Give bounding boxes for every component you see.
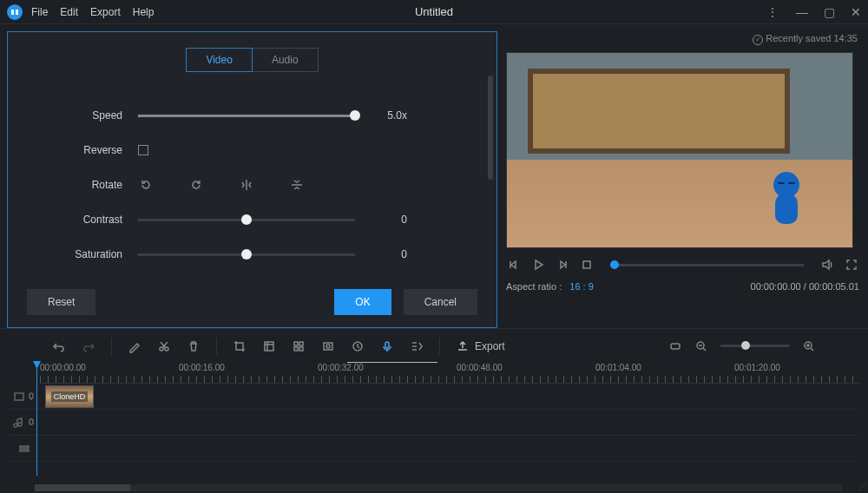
saturation-value: 0 bbox=[355, 248, 407, 260]
rotate-ccw-icon[interactable] bbox=[138, 177, 154, 193]
text-to-speech-icon[interactable] bbox=[410, 339, 424, 353]
redo-icon[interactable] bbox=[82, 339, 95, 353]
tab-audio[interactable]: Audio bbox=[253, 48, 319, 72]
ruler-mark: 00:00:16.00 bbox=[179, 363, 225, 372]
fullscreen-icon[interactable] bbox=[844, 257, 859, 273]
svg-rect-18 bbox=[30, 393, 33, 398]
ok-button[interactable]: OK bbox=[334, 289, 391, 315]
zoom-slider[interactable] bbox=[720, 345, 790, 347]
zoom-out-icon[interactable] bbox=[694, 339, 708, 353]
video-track[interactable]: CloneHD bbox=[9, 384, 859, 410]
contrast-value: 0 bbox=[355, 214, 407, 226]
svg-rect-19 bbox=[30, 419, 33, 424]
cut-icon[interactable] bbox=[157, 339, 171, 353]
svg-rect-17 bbox=[15, 393, 23, 400]
svg-point-11 bbox=[326, 345, 330, 348]
play-button[interactable] bbox=[530, 257, 546, 273]
playback-controls bbox=[506, 257, 859, 273]
rotate-row: Rotate bbox=[43, 168, 462, 202]
mosaic-icon[interactable] bbox=[292, 339, 306, 353]
rotate-cw-icon[interactable] bbox=[188, 177, 204, 193]
resize-grip[interactable]: ⋰ bbox=[858, 482, 866, 491]
stop-button[interactable] bbox=[579, 257, 595, 273]
menu-edit[interactable]: Edit bbox=[60, 6, 78, 18]
video-clip[interactable]: CloneHD bbox=[45, 385, 94, 408]
flip-horizontal-icon[interactable] bbox=[239, 177, 254, 193]
more-icon[interactable]: ⋮ bbox=[766, 5, 780, 19]
saturation-label: Saturation bbox=[43, 248, 138, 260]
reset-button[interactable]: Reset bbox=[27, 289, 95, 315]
panel-scrollbar[interactable] bbox=[488, 76, 493, 180]
menu-help[interactable]: Help bbox=[133, 6, 155, 18]
panel-tabs: Video Audio bbox=[8, 48, 496, 72]
undo-icon[interactable] bbox=[52, 339, 66, 353]
menu-file[interactable]: File bbox=[31, 6, 48, 18]
properties-panel: Video Audio Speed 5.0x Reverse Rotate bbox=[7, 31, 497, 328]
cancel-button[interactable]: Cancel bbox=[404, 289, 477, 315]
audio-track[interactable] bbox=[9, 410, 859, 436]
timeline-ruler[interactable]: 00:00:00.00 00:00:16.00 00:00:32.00 00:0… bbox=[40, 363, 859, 384]
menu-export[interactable]: Export bbox=[90, 6, 121, 18]
prev-frame-button[interactable] bbox=[506, 257, 522, 273]
window-title: Untitled bbox=[415, 5, 453, 18]
svg-rect-5 bbox=[265, 342, 273, 351]
tab-video[interactable]: Video bbox=[186, 48, 252, 72]
playback-progress[interactable] bbox=[610, 264, 804, 266]
audio-track-head[interactable] bbox=[9, 417, 40, 429]
title-bar: File Edit Export Help Untitled ⋮ — ▢ ✕ bbox=[0, 0, 868, 24]
export-button[interactable]: Export bbox=[456, 339, 505, 353]
speed-row: Speed 5.0x bbox=[43, 98, 462, 133]
zoom-in-icon[interactable] bbox=[802, 339, 816, 353]
maximize-button[interactable]: ▢ bbox=[824, 5, 835, 19]
contrast-slider[interactable] bbox=[138, 219, 355, 221]
svg-rect-21 bbox=[20, 450, 29, 451]
aspect-value[interactable]: 16 : 9 bbox=[569, 281, 594, 292]
next-frame-button[interactable] bbox=[555, 257, 570, 273]
svg-rect-10 bbox=[324, 343, 332, 350]
svg-rect-14 bbox=[671, 344, 680, 349]
svg-rect-7 bbox=[299, 342, 303, 345]
zoom-icon[interactable] bbox=[262, 339, 276, 353]
svg-rect-13 bbox=[385, 342, 389, 348]
overlay-track-head[interactable] bbox=[9, 443, 40, 455]
reverse-label: Reverse bbox=[43, 144, 138, 156]
panel-buttons: Reset OK Cancel bbox=[8, 289, 496, 315]
aspect-label: Aspect ratio : bbox=[506, 281, 562, 292]
preview-figure bbox=[769, 172, 804, 224]
svg-rect-20 bbox=[20, 446, 29, 448]
volume-icon[interactable] bbox=[819, 257, 835, 273]
svg-rect-6 bbox=[294, 342, 298, 345]
window-controls: ⋮ — ▢ ✕ bbox=[766, 5, 861, 19]
close-button[interactable]: ✕ bbox=[851, 5, 861, 19]
freeze-icon[interactable] bbox=[321, 339, 335, 353]
ruler-mark: 00:00:00.00 bbox=[40, 363, 86, 372]
playhead[interactable] bbox=[36, 363, 37, 476]
timeline-scrollbar[interactable] bbox=[35, 484, 842, 491]
pen-icon[interactable] bbox=[128, 339, 141, 353]
contrast-row: Contrast 0 bbox=[43, 202, 462, 237]
saturation-row: Saturation 0 bbox=[43, 237, 462, 272]
timeline-toolbar: Export Record voiceover bbox=[0, 328, 868, 363]
time-display: 00:00:00.00 / 00:00:05.01 bbox=[751, 281, 859, 292]
voiceover-icon[interactable] bbox=[380, 339, 394, 353]
speed-slider[interactable] bbox=[138, 115, 355, 117]
fit-icon[interactable] bbox=[668, 339, 682, 353]
rotate-label: Rotate bbox=[43, 179, 138, 191]
delete-icon[interactable] bbox=[187, 339, 201, 353]
saturation-slider[interactable] bbox=[138, 253, 355, 256]
overlay-track[interactable] bbox=[9, 436, 859, 462]
minimize-button[interactable]: — bbox=[796, 5, 808, 19]
reverse-checkbox[interactable] bbox=[138, 145, 148, 155]
preview-board bbox=[528, 69, 790, 154]
flip-vertical-icon[interactable] bbox=[289, 177, 305, 193]
contrast-label: Contrast bbox=[43, 214, 138, 226]
speed-label: Speed bbox=[43, 109, 138, 122]
timeline: 00:00:00.00 00:00:16.00 00:00:32.00 00:0… bbox=[0, 363, 868, 493]
crop-icon[interactable] bbox=[233, 339, 247, 353]
video-track-head[interactable] bbox=[9, 391, 40, 403]
preview-info: Aspect ratio : 16 : 9 00:00:00.00 / 00:0… bbox=[506, 281, 859, 292]
duration-icon[interactable] bbox=[351, 339, 365, 353]
svg-rect-2 bbox=[583, 261, 590, 268]
preview-panel: Recently saved 14:35 Aspect ratio : 16 :… bbox=[497, 24, 868, 328]
playback-thumb[interactable] bbox=[610, 260, 619, 269]
